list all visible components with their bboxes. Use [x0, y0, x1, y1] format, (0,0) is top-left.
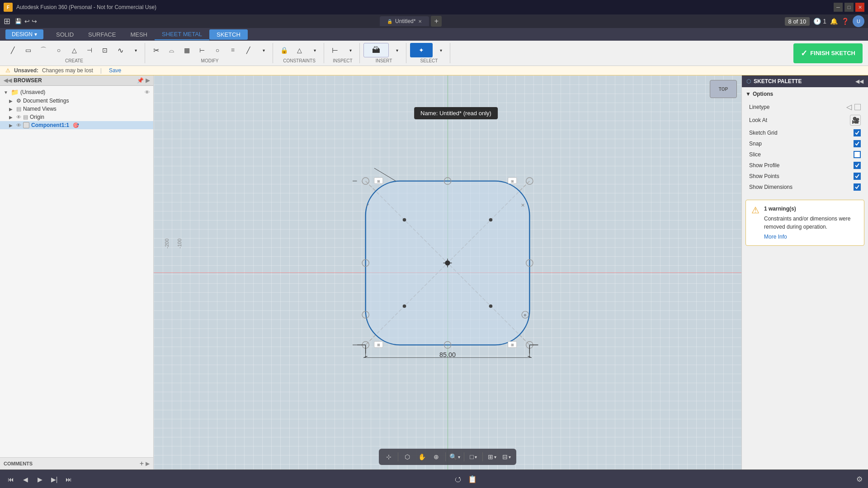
line-tool[interactable]: ╱	[5, 43, 20, 57]
design-mode-button[interactable]: DESIGN ▾	[5, 29, 43, 39]
corner-dim-tr	[529, 345, 538, 353]
nav-next-btn[interactable]: ▶|	[49, 474, 60, 485]
save-link[interactable]: Save	[109, 67, 121, 74]
nav-last-btn[interactable]: ⏭	[63, 474, 74, 485]
file-tab[interactable]: 🔒 Untitled* ✕	[380, 16, 429, 26]
bell-icon[interactable]: 🔔	[830, 18, 838, 25]
tree-item-named-views[interactable]: ▶ ▤ Named Views	[0, 105, 153, 113]
circle-tool[interactable]: ○	[52, 43, 66, 57]
name-tooltip: Name: Untitled* (read only)	[414, 107, 498, 119]
capture-position-btn[interactable]: ⬡	[401, 450, 414, 463]
rect2-tool[interactable]: ⊡	[98, 43, 112, 57]
more-select[interactable]: ▾	[434, 43, 448, 57]
extend-tool[interactable]: ⊢	[195, 43, 209, 57]
sidebar-expand-btn[interactable]: ▶	[146, 77, 150, 84]
snap-row: Snap	[745, 138, 864, 149]
tree-item-component1[interactable]: ▶ 👁 Component1:1 🎯	[0, 121, 153, 129]
snap-checkbox[interactable]	[854, 140, 861, 147]
tab-sheet-metal[interactable]: SHEET METAL	[155, 29, 209, 40]
sketch-container: ⊞ ⊞ ⊞ ⊞ ✓ ✕	[353, 168, 542, 358]
step-counter: 8 of 10	[785, 17, 810, 26]
sidebar-collapse-btn[interactable]: ◀◀	[4, 77, 12, 84]
canvas-area[interactable]: -200 -100 Name: Untitled* (read only)	[154, 75, 741, 469]
timeline-icon1[interactable]: ⭯	[453, 474, 463, 485]
orbit-btn[interactable]: ⊕	[430, 450, 443, 463]
expand-arrow: ▼	[4, 90, 9, 95]
canvas-bottom-toolbar: ⊹ ⬡ ✋ ⊕ 🔍▾ □▾ ⊞▾ ⊟▾	[379, 449, 516, 465]
curve-tool[interactable]: ⌓	[164, 43, 179, 57]
more-insert[interactable]: ▾	[390, 43, 404, 57]
nav-play-btn[interactable]: ▶	[34, 474, 45, 485]
diagonal-tool[interactable]: ╱	[241, 43, 255, 57]
comments-expand-icon[interactable]: ▶	[146, 460, 150, 467]
triangle-constraint[interactable]: △	[292, 43, 307, 57]
arc-tool[interactable]: ⌒	[36, 43, 51, 57]
triangle-tool[interactable]: △	[67, 43, 81, 57]
finish-sketch-button[interactable]: ✓ FINISH SKETCH	[793, 43, 863, 63]
insert-image-tool[interactable]: 🏔	[363, 43, 389, 57]
constraints-group: 🔒 △ ▾ CONSTRAINTS	[275, 43, 324, 63]
collapse-icon[interactable]: ▼	[745, 91, 751, 97]
show-points-checkbox[interactable]	[854, 173, 861, 180]
snap-to-sketch-btn[interactable]: ⊹	[382, 450, 395, 463]
measure-tool[interactable]: ⊢	[328, 43, 342, 57]
app-menu-grid[interactable]: ⊞	[4, 16, 10, 26]
view-cube[interactable]: TOP	[710, 80, 737, 107]
minimize-button[interactable]: ─	[834, 3, 843, 12]
equal-tool[interactable]: =	[226, 43, 240, 57]
undo-button[interactable]: ↩	[24, 18, 30, 25]
scissors-tool[interactable]: ✂	[149, 43, 163, 57]
tree-item-document-settings[interactable]: ▶ ⚙ Document Settings	[0, 97, 153, 105]
tree-item-unsaved[interactable]: ▼ 📁 (Unsaved) 👁	[0, 88, 153, 97]
display-mode-btn[interactable]: □▾	[467, 450, 480, 463]
object-visibility-btn[interactable]: ⊟▾	[500, 450, 513, 463]
nav-prev-btn[interactable]: ◀	[20, 474, 31, 485]
user-icon[interactable]: U	[853, 15, 864, 27]
show-profile-checkbox[interactable]	[854, 162, 861, 169]
timeline-icon2[interactable]: 📋	[467, 474, 478, 485]
line2-tool[interactable]: ⊣	[82, 43, 97, 57]
more-info-link[interactable]: More Info	[764, 233, 859, 241]
modify-label: MODIFY	[201, 58, 219, 63]
add-comment-button[interactable]: +	[140, 460, 144, 468]
grid-btn[interactable]: ⊞▾	[486, 450, 498, 463]
help-icon[interactable]: ❓	[841, 18, 849, 25]
view-top[interactable]: TOP	[710, 80, 737, 98]
tab-surface[interactable]: SURFACE	[81, 29, 123, 40]
panel-expand-btn[interactable]: ◀◀	[855, 78, 863, 84]
tab-mesh[interactable]: MESH	[123, 29, 155, 40]
lock-constraint[interactable]: 🔒	[277, 43, 291, 57]
nav-first-btn[interactable]: ⏮	[5, 474, 16, 485]
ellipse-tool[interactable]: ▾	[128, 43, 143, 57]
sketch-grid-checkbox[interactable]	[854, 129, 861, 136]
zoom-btn[interactable]: 🔍▾	[448, 450, 461, 463]
spline-tool[interactable]: ∿	[113, 43, 127, 57]
slice-checkbox[interactable]	[854, 151, 861, 158]
more-constraints[interactable]: ▾	[307, 43, 322, 57]
settings-btn[interactable]: ⚙	[856, 475, 863, 483]
hatch-tool[interactable]: ▦	[179, 43, 194, 57]
sidebar-header: ◀◀ BROWSER 📌 ▶	[0, 75, 153, 86]
close-tab-icon[interactable]: ✕	[418, 19, 422, 24]
look-at-button[interactable]: 🎥	[850, 115, 861, 126]
notifications-icon[interactable]: 🕐 1	[813, 18, 826, 25]
modify-group: ✂ ⌓ ▦ ⊢ ○ = ╱ ▾ MODIFY	[147, 43, 273, 63]
add-tab-button[interactable]: +	[431, 16, 442, 27]
tab-sketch[interactable]: SKETCH	[209, 29, 248, 40]
maximize-button[interactable]: □	[844, 3, 854, 12]
pan-btn[interactable]: ✋	[415, 450, 428, 463]
file-menu[interactable]: 💾	[15, 18, 22, 24]
tree-item-label: (Unsaved)	[20, 89, 45, 95]
tab-solid[interactable]: SOLID	[49, 29, 81, 40]
fillet-tool[interactable]: ○	[210, 43, 225, 57]
rect-tool[interactable]: ▭	[21, 43, 35, 57]
show-dimensions-checkbox[interactable]	[854, 183, 861, 191]
more-modify[interactable]: ▾	[256, 43, 271, 57]
bottom-dim-text: 85.00	[439, 351, 456, 358]
tree-item-origin[interactable]: ▶ 👁 ▤ Origin	[0, 113, 153, 121]
redo-button[interactable]: ↪	[32, 18, 37, 25]
close-button[interactable]: ✕	[855, 3, 864, 12]
sidebar-pin-btn[interactable]: 📌	[137, 77, 144, 84]
select-tool[interactable]: ✦	[410, 43, 433, 57]
more-inspect[interactable]: ▾	[343, 43, 358, 57]
